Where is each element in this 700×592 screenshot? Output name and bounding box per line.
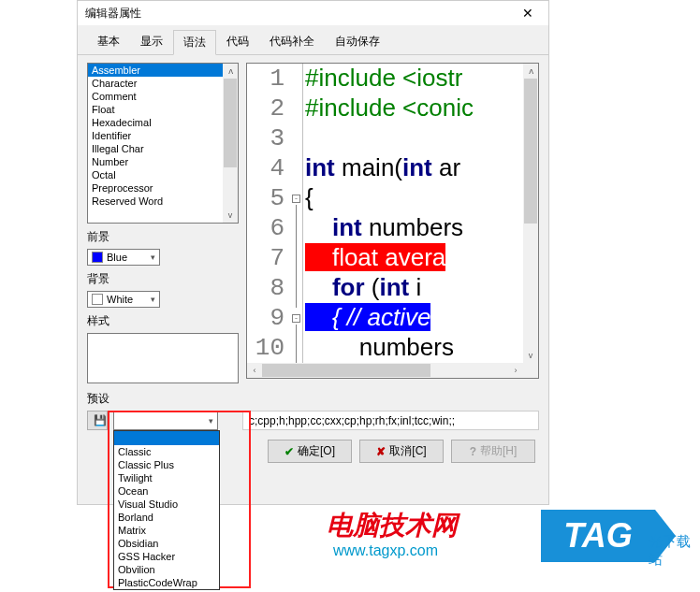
list-item[interactable]: Octal <box>88 168 223 181</box>
dropdown-item[interactable]: Classic Plus <box>114 458 219 471</box>
background-label: 背景 <box>87 271 239 287</box>
question-icon: ? <box>470 445 476 458</box>
tag-badge: TAG <box>541 510 655 562</box>
scroll-left-icon[interactable]: ‹ <box>247 363 262 378</box>
scrollbar-thumb[interactable] <box>524 79 537 224</box>
list-item[interactable]: Character <box>88 77 223 90</box>
line-number: 7 <box>247 244 290 272</box>
button-label: 确定[O] <box>298 443 335 459</box>
line-number-gutter: 1 2 3 4 5 6 7 8 9 10 <box>247 64 290 363</box>
chevron-down-icon: ▾ <box>151 253 155 262</box>
line-number: 8 <box>247 274 290 302</box>
dropdown-item[interactable]: Borland <box>114 511 219 524</box>
scroll-up-icon[interactable]: ʌ <box>223 64 238 79</box>
watermark-site: 光下载站 <box>649 533 700 569</box>
style-label: 样式 <box>87 313 239 329</box>
dropdown-item[interactable]: Obsidian <box>114 537 219 550</box>
list-item[interactable]: Float <box>88 103 223 116</box>
scroll-right-icon[interactable]: › <box>508 363 523 378</box>
preset-label: 预设 <box>87 391 539 407</box>
button-label: 帮助[H] <box>480 443 517 459</box>
tab-bar: 基本 显示 语法 代码 代码补全 自动保存 <box>78 25 548 55</box>
chevron-down-icon: ▾ <box>209 416 213 426</box>
dropdown-item[interactable]: Twilight <box>114 471 219 484</box>
line-number: 6 <box>247 214 290 242</box>
horizontal-scrollbar[interactable]: ‹ › <box>247 363 523 378</box>
dropdown-item[interactable]: Matrix <box>114 524 219 537</box>
foreground-label: 前景 <box>87 229 239 245</box>
watermark-brand: 电脑技术网 <box>327 508 458 543</box>
background-color-select[interactable]: White ▾ <box>87 291 160 308</box>
ok-button[interactable]: ✔ 确定[O] <box>268 440 352 463</box>
list-item[interactable]: Preprocessor <box>88 181 223 195</box>
list-item[interactable]: Hexadecimal <box>88 116 223 129</box>
chevron-down-icon: ▾ <box>151 295 155 304</box>
line-number: 9 <box>247 304 290 332</box>
line-number: 1 <box>247 65 290 93</box>
extensions-input[interactable] <box>242 411 539 430</box>
vertical-scrollbar[interactable]: ʌ v <box>523 64 538 363</box>
color-name: Blue <box>107 252 127 263</box>
foreground-color-select[interactable]: Blue ▾ <box>87 249 160 266</box>
tab-autosave[interactable]: 自动保存 <box>325 29 390 54</box>
scroll-up-icon[interactable]: ʌ <box>523 64 538 79</box>
dropdown-item[interactable] <box>114 431 219 445</box>
dropdown-item[interactable]: PlasticCodeWrap <box>114 576 219 589</box>
preset-combo[interactable]: ▾ Classic Classic Plus Twilight Ocean Vi… <box>113 411 218 430</box>
scroll-down-icon[interactable]: v <box>223 208 238 223</box>
cancel-button[interactable]: ✘ 取消[C] <box>359 440 444 463</box>
vertical-scrollbar[interactable]: ʌ v <box>223 64 238 223</box>
check-icon: ✔ <box>284 445 294 458</box>
fold-minus-icon[interactable]: - <box>292 314 300 323</box>
close-icon[interactable]: ✕ <box>515 6 541 21</box>
button-label: 取消[C] <box>389 443 426 459</box>
tab-syntax[interactable]: 语法 <box>173 30 216 55</box>
dropdown-item[interactable]: GSS Hacker <box>114 550 219 563</box>
token-type-list[interactable]: Assembler Character Comment Float Hexade… <box>87 63 239 224</box>
dropdown-item[interactable]: Visual Studio <box>114 498 219 511</box>
list-item[interactable]: Number <box>88 155 223 168</box>
disk-icon: 💾 <box>94 414 107 426</box>
line-number: 10 <box>247 334 290 362</box>
color-swatch <box>92 294 103 305</box>
line-number: 2 <box>247 94 290 123</box>
line-number: 5 <box>247 184 290 212</box>
scroll-down-icon[interactable]: v <box>523 348 538 363</box>
titlebar: 编辑器属性 ✕ <box>78 1 548 25</box>
color-name: White <box>107 294 133 305</box>
line-number: 3 <box>247 124 290 152</box>
scrollbar-thumb[interactable] <box>262 364 430 377</box>
color-swatch <box>92 252 103 263</box>
tab-display[interactable]: 显示 <box>130 29 173 54</box>
line-number: 4 <box>247 154 290 182</box>
list-item[interactable]: Reserved Word <box>88 195 223 208</box>
code-preview: 1 2 3 4 5 6 7 8 9 10 - - #include <iostr… <box>246 63 539 379</box>
scrollbar-thumb[interactable] <box>224 79 237 167</box>
list-item[interactable]: Identifier <box>88 129 223 142</box>
dropdown-item[interactable]: Classic <box>114 445 219 458</box>
fold-gutter: - - <box>290 64 303 363</box>
dropdown-item[interactable]: Obvilion <box>114 563 219 576</box>
watermark-url: www.tagxp.com <box>333 542 438 559</box>
fold-minus-icon[interactable]: - <box>292 195 300 203</box>
dialog-title: 编辑器属性 <box>85 6 515 22</box>
x-icon: ✘ <box>376 445 386 458</box>
list-item[interactable]: Assembler <box>88 64 223 77</box>
help-button[interactable]: ? 帮助[H] <box>451 440 535 463</box>
preset-save-button[interactable]: 💾 <box>87 411 108 430</box>
tab-completion[interactable]: 代码补全 <box>259 29 325 54</box>
preset-dropdown: Classic Classic Plus Twilight Ocean Visu… <box>113 430 220 590</box>
style-list[interactable] <box>87 333 239 383</box>
tab-basic[interactable]: 基本 <box>87 29 130 54</box>
list-item[interactable]: Comment <box>88 90 223 103</box>
tab-code[interactable]: 代码 <box>216 29 259 54</box>
list-item[interactable]: Illegal Char <box>88 142 223 155</box>
editor-properties-dialog: 编辑器属性 ✕ 基本 显示 语法 代码 代码补全 自动保存 Assembler … <box>77 0 549 505</box>
dropdown-item[interactable]: Ocean <box>114 484 219 498</box>
